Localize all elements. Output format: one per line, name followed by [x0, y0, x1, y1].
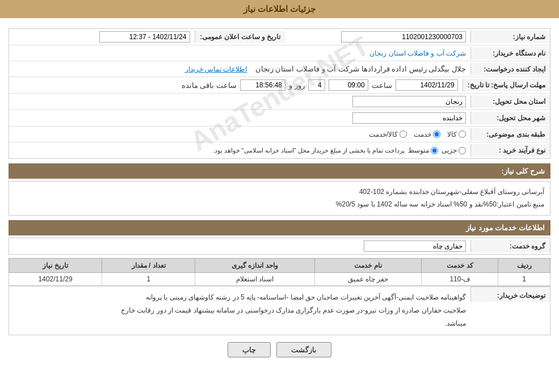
process-value: جزیی متوسط پرداخت تمام یا بخشی از مبلغ خ… — [9, 144, 470, 157]
city-label: شهر محل تحویل: — [470, 112, 550, 124]
process-note: پرداخت تمام یا بخشی از مبلغ خریداز محل "… — [212, 147, 405, 154]
category-option-khedmat[interactable]: خدمت — [414, 130, 440, 138]
description-section: شرح کلی نیاز: آبرسانی روستای آقبلاغ سفلی… — [9, 163, 550, 216]
page-header: جزئیات اطلاعات نیاز — [0, 0, 559, 18]
category-radio-kala[interactable] — [459, 130, 466, 138]
service-title: اطلاعات خدمات مورد نیاز — [9, 220, 550, 235]
time-label: ساعت — [372, 81, 392, 90]
print-button[interactable]: چاپ — [228, 342, 271, 357]
org-name-value: شرکت آب و فاضلاب استان زنجان — [9, 47, 470, 60]
request-number-input[interactable] — [341, 31, 466, 43]
col-header-date: تاریخ نیاز — [9, 259, 102, 273]
request-number-value — [285, 29, 471, 45]
process-label-jozii: جزیی — [442, 146, 457, 154]
category-label-kala-khedmat: کالا/خدمت — [369, 130, 398, 138]
request-number-label: شماره نیاز: — [470, 31, 550, 43]
description-line1: آبرسانی روستای آقبلاغ سفلی-شهرستان خدابن… — [15, 186, 544, 199]
category-radio-kala-khedmat[interactable] — [400, 130, 407, 138]
date-input[interactable] — [99, 31, 190, 43]
category-option-kala-khedmat[interactable]: کالا/خدمت — [369, 130, 407, 138]
main-info-section: AnaTender.NET شماره نیاز: تاریخ و ساعت ا… — [9, 28, 550, 159]
deadline-remaining-input[interactable] — [240, 79, 285, 91]
cell-name: حفر چاه عمیق — [314, 273, 422, 286]
buttons-row: بازگشت چاپ — [9, 342, 550, 357]
deadline-row: مهلت ارسال پاسخ: تا تاریخ: ساعت روز و سا… — [9, 77, 550, 94]
date-value — [9, 29, 195, 45]
col-header-code: کد خدمت — [422, 259, 498, 273]
service-table: ردیف کد خدمت نام خدمت واحد اندازه گیری ت… — [9, 258, 550, 286]
city-input[interactable] — [352, 112, 466, 124]
request-number-row: شماره نیاز: تاریخ و ساعت اعلان عمومی: — [9, 29, 550, 45]
page-title: جزئیات اطلاعات نیاز — [243, 4, 316, 14]
org-name-text: شرکت آب و فاضلاب استان زنجان — [369, 49, 466, 57]
process-row: نوع فرآیند خرید : جزیی متوسط پرداخت تمام… — [9, 142, 550, 158]
category-radio-khedmat[interactable] — [433, 130, 440, 138]
col-header-name: نام خدمت — [314, 259, 422, 273]
category-value: کالا خدمت کالا/خدمت — [9, 128, 470, 141]
province-row: استان محل تحویل: — [9, 94, 550, 110]
process-label-motavasset: متوسط — [408, 146, 429, 154]
description-title: شرح کلی نیاز: — [9, 163, 550, 179]
process-option-jozii[interactable]: جزیی — [442, 146, 466, 154]
days-label: روز و — [289, 81, 305, 90]
back-button[interactable]: بازگشت — [276, 342, 331, 357]
cell-radif: 1 — [498, 273, 550, 286]
province-value — [9, 94, 470, 109]
category-label-khedmat: خدمت — [414, 130, 431, 138]
category-row: طبقه بندی موضوعی: کالا خدمت — [9, 127, 550, 142]
cell-code: ف-110 — [422, 273, 498, 286]
process-option-motavasset[interactable]: متوسط — [408, 146, 438, 154]
description-box: آبرسانی روستای آقبلاغ سفلی-شهرستان خدابن… — [9, 181, 550, 216]
col-header-unit: واحد اندازه گیری — [195, 259, 314, 273]
cell-unit: اسناد استعلام — [195, 273, 314, 286]
col-header-qty: تعداد / مقدار — [102, 259, 195, 273]
deadline-date-input[interactable] — [396, 79, 458, 91]
deadline-label: مهلت ارسال پاسخ: تا تاریخ: — [463, 79, 550, 91]
creator-value: جلال بیگدلی رئیس اداده قراردادها شرکت آب… — [9, 62, 470, 75]
deadline-days-input[interactable] — [308, 79, 325, 91]
category-option-kala[interactable]: کالا — [447, 130, 466, 138]
category-label-kala: کالا — [447, 130, 457, 138]
category-label: طبقه بندی موضوعی: — [470, 128, 550, 141]
col-header-radif: ردیف — [498, 259, 550, 273]
creator-row: ایجاد کننده درخواست: جلال بیگدلی رئیس اد… — [9, 61, 550, 77]
buyer-notes-section: توضیحات خریدار: گواهینامه صلاحیت ایمنی-آ… — [9, 286, 550, 335]
service-group-row: گروه خدمت: — [9, 238, 550, 255]
process-radio-jozii[interactable] — [459, 147, 466, 154]
buyer-notes-content: گواهینامه صلاحیت ایمنی-آگهی آخرین تغییرا… — [9, 286, 470, 334]
city-row: شهر محل تحویل: — [9, 110, 550, 127]
province-label: استان محل تحویل: — [470, 95, 550, 108]
buyer-notes-line2: صلاحیت حفاران صادره از وزات نیرو-در صورت… — [14, 304, 466, 317]
org-name-row: نام دستگاه خریدار: شرکت آب و فاضلاب استا… — [9, 45, 550, 61]
org-name-label: نام دستگاه خریدار: — [470, 47, 550, 60]
buyer-notes-label: توضیحات خریدار: — [470, 286, 550, 302]
content-area: AnaTender.NET شماره نیاز: تاریخ و ساعت ا… — [0, 23, 559, 370]
service-group-label: گروه خدمت: — [470, 240, 550, 252]
service-group-value — [9, 238, 470, 254]
service-section: اطلاعات خدمات مورد نیاز گروه خدمت: ردیف … — [9, 220, 550, 286]
date-label: تاریخ و ساعت اعلان عمومی: — [195, 31, 285, 43]
deadline-values: ساعت روز و ساعت باقی مانده — [9, 77, 463, 93]
creator-link[interactable]: اطلاعات تماس خریدار — [185, 65, 247, 73]
process-label: نوع فرآیند خرید : — [470, 144, 550, 157]
description-line2: منبع تامین اعتبار:50%نقد و 50% اسناد خزا… — [15, 199, 544, 211]
buyer-notes-line3: میباشد. — [14, 317, 466, 330]
table-row: 1 ف-110 حفر چاه عمیق اسناد استعلام 1 140… — [9, 273, 550, 286]
cell-date: 1402/11/29 — [9, 273, 102, 286]
creator-label: ایجاد کننده درخواست: — [470, 63, 550, 75]
province-input[interactable] — [352, 96, 466, 107]
creator-text: جلال بیگدلی رئیس اداده قراردادها شرکت آب… — [255, 65, 466, 73]
service-group-input[interactable] — [364, 241, 466, 252]
process-radio-motavasset[interactable] — [431, 147, 438, 154]
buyer-notes-line1: گواهینامه صلاحیت ایمنی-آگهی آخرین تغییرا… — [14, 291, 466, 304]
city-value — [9, 110, 470, 126]
cell-qty: 1 — [102, 273, 195, 286]
page-container: جزئیات اطلاعات نیاز AnaTender.NET شماره … — [0, 0, 559, 392]
deadline-time-input[interactable] — [329, 79, 368, 91]
remaining-label: ساعت باقی مانده — [182, 81, 237, 90]
